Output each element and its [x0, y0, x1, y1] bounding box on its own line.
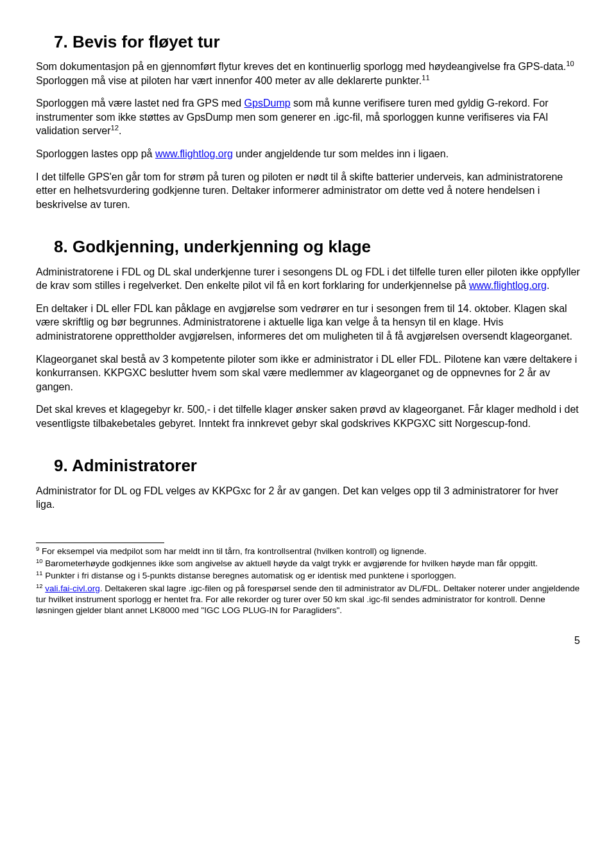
- footnote-text: . Deltakeren skal lagre .igc-filen og på…: [36, 584, 579, 616]
- s8-p4: Det skal kreves et klagegebyr kr. 500,- …: [36, 403, 580, 430]
- s7-p1: Som dokumentasjon på en gjennomført flyt…: [36, 60, 580, 87]
- heading-s9: 9. Administratorer: [36, 455, 580, 477]
- footnote-10: 10 Barometerhøyde godkjennes ikke som an…: [36, 558, 580, 569]
- s7-p4: I det tilfelle GPS'en går tom for strøm …: [36, 170, 580, 212]
- s8-p2: En deltaker i DL eller FDL kan påklage e…: [36, 302, 580, 343]
- heading-s7: 7. Bevis for fløyet tur: [36, 31, 580, 53]
- s8-p1: Administratorene i FDL og DL skal underk…: [36, 265, 580, 293]
- footnote-ref-12: 12: [111, 124, 119, 132]
- text: Som dokumentasjon på en gjennomført flyt…: [36, 61, 566, 72]
- link-vali-fai[interactable]: vali.fai-civl.org: [45, 584, 100, 593]
- footnotes: 9 For eksempel via medpilot som har meld…: [36, 542, 580, 616]
- link-gpsdump[interactable]: GpsDump: [244, 98, 291, 108]
- footnote-text: For eksempel via medpilot som har meldt …: [39, 546, 426, 556]
- footnote-9: 9 For eksempel via medpilot som har meld…: [36, 546, 580, 557]
- footnote-ref-11: 11: [422, 73, 429, 81]
- link-flightlog-2[interactable]: www.flightlog.org: [469, 280, 547, 291]
- page-number: 5: [36, 634, 580, 648]
- footnote-num: 10: [36, 557, 43, 564]
- footnote-ref-10: 10: [566, 60, 574, 67]
- s8-p3: Klageorganet skal bestå av 3 kompetente …: [36, 352, 580, 394]
- footnote-text: Barometerhøyde godkjennes ikke som angiv…: [43, 559, 538, 568]
- text: under angjeldende tur som meldes inn i l…: [233, 148, 449, 159]
- footnote-12: 12 vali.fai-civl.org. Deltakeren skal la…: [36, 583, 580, 616]
- text: .: [547, 280, 549, 291]
- footnote-num: 12: [36, 582, 43, 589]
- text: .: [119, 125, 121, 136]
- text: Sporloggen lastes opp på: [36, 148, 155, 159]
- text: Sporloggen må være lastet ned fra GPS me…: [36, 98, 244, 108]
- footnote-separator: [36, 542, 164, 543]
- link-flightlog-1[interactable]: www.flightlog.org: [155, 148, 233, 159]
- text: Sporloggen må vise at piloten har vært i…: [36, 75, 422, 86]
- s9-p1: Administrator for DL og FDL velges av KK…: [36, 484, 580, 512]
- heading-s8: 8. Godkjenning, underkjenning og klage: [36, 236, 580, 258]
- footnote-text: Punkter i fri distanse og i 5-punkts dis…: [43, 571, 457, 580]
- s7-p3: Sporloggen lastes opp på www.flightlog.o…: [36, 147, 580, 161]
- s7-p2: Sporloggen må være lastet ned fra GPS me…: [36, 96, 580, 138]
- footnote-11: 11 Punkter i fri distanse og i 5-punkts …: [36, 570, 580, 581]
- footnote-num: 11: [36, 569, 43, 577]
